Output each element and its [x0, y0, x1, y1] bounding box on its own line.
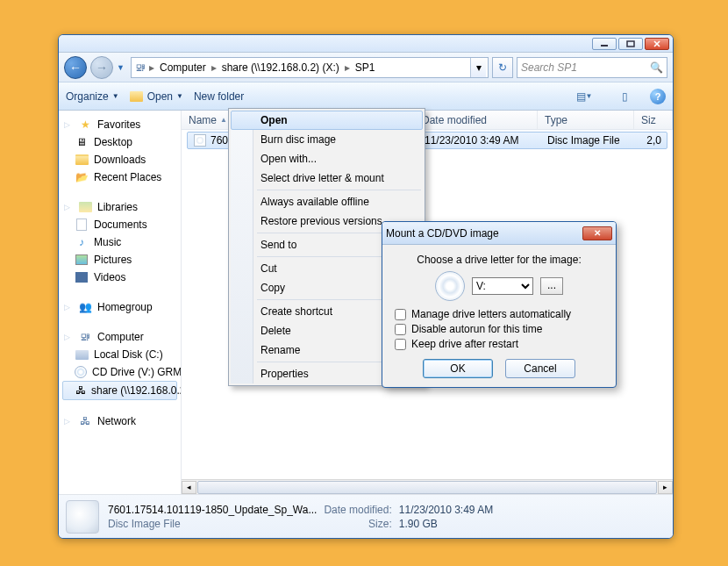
- sidebar-cddrive[interactable]: CD Drive (V:) GRMSP: [59, 363, 181, 381]
- sidebar-downloads[interactable]: Downloads: [59, 151, 181, 168]
- sidebar-network[interactable]: 🖧Network: [59, 412, 181, 430]
- file-thumbnail: [66, 500, 99, 534]
- file-size: 2,0: [639, 134, 667, 147]
- forward-button[interactable]: →: [90, 56, 113, 79]
- minimize-button[interactable]: [592, 38, 617, 50]
- sidebar-videos[interactable]: Videos: [59, 269, 181, 286]
- nav-bar: ← → ▼ 🖳 ▸ Computer ▸ share (\\192.168.0.…: [59, 53, 673, 82]
- horizontal-scrollbar[interactable]: ◂▸: [182, 479, 673, 494]
- maximize-button[interactable]: [618, 38, 643, 50]
- history-dropdown[interactable]: ▼: [117, 63, 127, 72]
- address-bar[interactable]: 🖳 ▸ Computer ▸ share (\\192.168.0.2) (X:…: [131, 57, 489, 78]
- search-icon: 🔍: [650, 61, 663, 74]
- sidebar-homegroup[interactable]: 👥Homegroup: [59, 298, 181, 316]
- sidebar-computer[interactable]: 🖳Computer: [59, 328, 181, 346]
- preview-pane-button[interactable]: ▯: [610, 87, 639, 106]
- sidebar-favorites[interactable]: ★Favorites: [59, 116, 181, 133]
- crumb-sp1[interactable]: SP1: [352, 61, 379, 74]
- new-folder-button[interactable]: New folder: [194, 90, 244, 103]
- crumb-computer[interactable]: Computer: [156, 61, 210, 74]
- chk-auto[interactable]: Manage drive letters automatically: [395, 308, 603, 320]
- ctx-burn[interactable]: Burn disc image: [231, 130, 423, 149]
- cd-icon: [435, 271, 465, 301]
- file-date: 11/23/2010 3:49 AM: [419, 134, 542, 147]
- crumb-share[interactable]: share (\\192.168.0.2) (X:): [218, 61, 343, 74]
- ctx-openwith[interactable]: Open with...: [231, 149, 423, 168]
- details-type: Disc Image File: [108, 518, 317, 530]
- sidebar-libraries[interactable]: Libraries: [59, 198, 181, 216]
- close-button[interactable]: [645, 38, 669, 50]
- browse-button[interactable]: ...: [540, 277, 563, 295]
- refresh-button[interactable]: ↻: [492, 57, 513, 78]
- dialog-titlebar[interactable]: Mount a CD/DVD image ✕: [382, 222, 616, 245]
- search-input[interactable]: Search SP1 🔍: [517, 57, 667, 78]
- col-type[interactable]: Type: [545, 114, 567, 126]
- details-date: 11/23/2010 3:49 AM: [399, 504, 493, 516]
- details-pane: 7601.17514.101119-1850_Update_Sp_Wa... D…: [59, 494, 673, 538]
- back-button[interactable]: ←: [64, 56, 87, 79]
- ok-button[interactable]: OK: [423, 359, 493, 378]
- organize-menu[interactable]: Organize▼: [66, 90, 119, 103]
- mount-dialog: Mount a CD/DVD image ✕ Choose a drive le…: [382, 221, 617, 388]
- window-chrome: [59, 35, 673, 53]
- sidebar-music[interactable]: ♪Music: [59, 233, 181, 251]
- dialog-title: Mount a CD/DVD image: [386, 227, 499, 240]
- search-placeholder: Search SP1: [521, 61, 577, 74]
- chk-autorun[interactable]: Disable autorun for this time: [395, 323, 603, 335]
- sidebar-pictures[interactable]: Pictures: [59, 251, 181, 269]
- cancel-button[interactable]: Cancel: [505, 359, 575, 378]
- dialog-prompt: Choose a drive letter for the image:: [395, 254, 603, 266]
- col-date[interactable]: Date modified: [422, 114, 487, 126]
- details-filename: 7601.17514.101119-1850_Update_Sp_Wa...: [108, 504, 317, 516]
- sidebar-localdisk[interactable]: Local Disk (C:): [59, 346, 181, 363]
- open-menu[interactable]: Open▼: [130, 90, 183, 104]
- nav-pane: ★Favorites 🖥Desktop Downloads 📂Recent Pl…: [59, 111, 182, 494]
- sidebar-documents[interactable]: Documents: [59, 216, 181, 233]
- dialog-close-button[interactable]: ✕: [582, 226, 612, 240]
- details-size: 1.90 GB: [399, 518, 493, 530]
- file-type: Disc Image File: [542, 134, 639, 147]
- ctx-offline[interactable]: Always available offline: [231, 192, 423, 211]
- sidebar-desktop[interactable]: 🖥Desktop: [59, 133, 181, 151]
- sidebar-recent[interactable]: 📂Recent Places: [59, 168, 181, 186]
- sidebar-share[interactable]: 🖧share (\\192.168.0.2): [62, 381, 177, 400]
- drive-letter-select[interactable]: V:: [472, 277, 533, 295]
- chk-keep[interactable]: Keep drive after restart: [395, 338, 603, 350]
- toolbar: Organize▼ Open▼ New folder ▤ ▼ ▯ ?: [59, 82, 673, 111]
- help-button[interactable]: ?: [650, 89, 666, 104]
- ctx-mount[interactable]: Select drive letter & mount: [231, 168, 423, 188]
- address-dropdown[interactable]: ▾: [470, 58, 486, 77]
- col-name[interactable]: Name: [189, 114, 217, 126]
- col-size[interactable]: Siz: [641, 114, 656, 126]
- ctx-open[interactable]: Open: [231, 111, 423, 130]
- svg-rect-1: [627, 41, 634, 47]
- view-mode-button[interactable]: ▤ ▼: [569, 87, 599, 106]
